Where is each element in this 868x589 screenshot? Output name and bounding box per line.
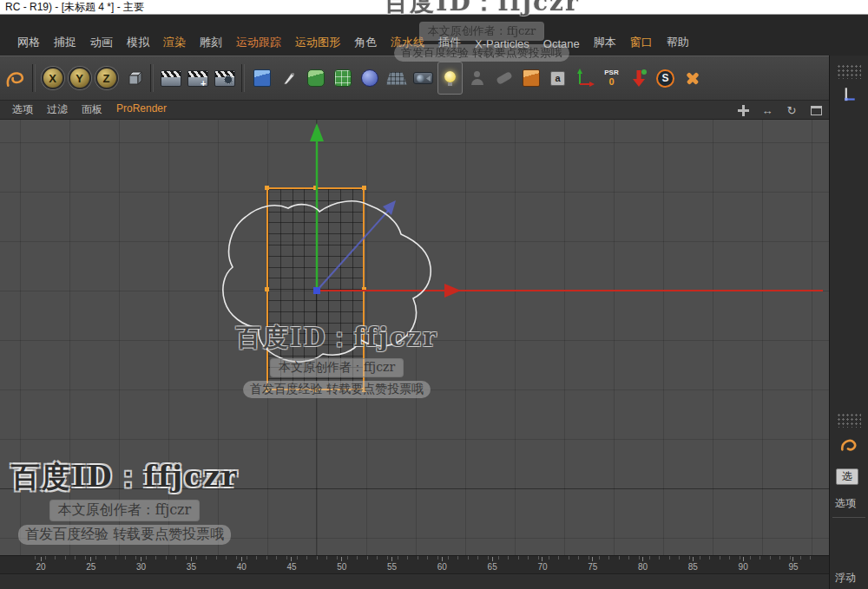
render-picture-viewer-button[interactable]: [185, 62, 210, 95]
viewport-menu-items: 选项过滤面板ProRender: [5, 101, 174, 118]
tick-mark: [442, 557, 443, 561]
viewport-pan-icon[interactable]: [735, 103, 751, 117]
main-menu-bar: 网格捕捉动画模拟渲染雕刻运动跟踪运动图形角色流水线插件X-ParticlesOc…: [0, 15, 868, 56]
tick-label: 95: [788, 562, 798, 572]
psr-value: 0: [608, 76, 614, 87]
perspective-viewport[interactable]: 百度ID：ffjczr 本文原创作者：ffjczr 首发百度经验 转载要点赞投票…: [0, 120, 829, 555]
light-button[interactable]: [437, 62, 463, 95]
object-handle[interactable]: [265, 287, 269, 291]
panel-grip-handle[interactable]: [837, 64, 861, 79]
tick-label: 70: [537, 562, 547, 572]
x-particles-icon: [684, 69, 701, 87]
psr-reset-button[interactable]: PSR 0: [599, 62, 624, 95]
clapperboard-plus-icon: [187, 70, 208, 87]
bottom-strip: [0, 573, 829, 589]
viewport-menu-item[interactable]: 面板: [75, 101, 109, 118]
timeline-tick: 30: [132, 557, 151, 572]
material-tag-icon: a: [550, 71, 565, 86]
panel-grip-handle[interactable]: [837, 413, 861, 428]
add-primitive-button[interactable]: [249, 62, 274, 95]
panel-tab-selected[interactable]: 选: [836, 468, 858, 485]
object-handle[interactable]: [362, 186, 366, 190]
viewport-rotate-icon[interactable]: ↻: [784, 103, 799, 117]
object-handle[interactable]: [362, 287, 366, 291]
xparticles-button[interactable]: [680, 62, 705, 95]
timeline-ruler[interactable]: 20 25 30 35 40 45 50 55: [0, 555, 829, 573]
mini-axes-icon: [575, 69, 595, 88]
viewport-menu-item[interactable]: ProRender: [109, 101, 174, 118]
viewport-overlay: [0, 120, 829, 555]
timeline-ticks: 20 25 30 35 40 45 50 55: [31, 557, 803, 572]
psr-label: PSR: [604, 69, 618, 77]
viewport-menu-item[interactable]: 过滤: [40, 101, 75, 118]
menu-item[interactable]: Octane: [536, 36, 587, 52]
menu-item[interactable]: 角色: [347, 33, 384, 52]
substance-s-icon: S: [656, 69, 674, 88]
mograph-cloner-button[interactable]: [330, 62, 355, 95]
camera-button[interactable]: [411, 62, 436, 95]
menu-item[interactable]: 运动图形: [288, 33, 347, 52]
timeline-tick: 55: [383, 557, 402, 572]
object-handle[interactable]: [313, 186, 318, 190]
viewport-maximize-icon[interactable]: [808, 103, 824, 117]
window-title-bar[interactable]: RC - R19) - [未标题 4 *] - 主要: [0, 0, 868, 15]
disabled-tool-button-1[interactable]: [464, 62, 490, 95]
menu-item[interactable]: 运动跟踪: [229, 33, 288, 52]
live-selection-tool-icon[interactable]: [3, 62, 28, 95]
timeline-tick: 85: [683, 557, 702, 572]
viewport-menu-item[interactable]: 选项: [5, 101, 40, 118]
viewport-menu-bar: 选项过滤面板ProRender ↔ ↻: [0, 101, 829, 120]
object-handle[interactable]: [265, 388, 269, 392]
menu-item[interactable]: 网格: [10, 33, 47, 52]
render-settings-button[interactable]: [212, 62, 237, 95]
lock-x-axis-button[interactable]: X: [40, 62, 65, 95]
viewport-controls: ↔ ↻: [735, 101, 824, 120]
disabled-tool-button-2[interactable]: [491, 62, 516, 95]
subdivision-surface-button[interactable]: [303, 62, 328, 95]
menu-item[interactable]: 帮助: [660, 33, 696, 52]
menu-item[interactable]: 捕捉: [47, 33, 83, 52]
menu-item[interactable]: 流水线: [384, 33, 431, 52]
panel-options-label[interactable]: 选项: [835, 496, 856, 511]
material-tag-button[interactable]: a: [545, 62, 570, 95]
menu-item[interactable]: X-Particles: [468, 36, 536, 52]
axis-modify-button[interactable]: [572, 62, 597, 95]
object-handle[interactable]: [313, 388, 318, 392]
clapperboard-icon: [161, 70, 181, 87]
coordinate-system-button[interactable]: [121, 62, 146, 95]
lock-z-axis-button[interactable]: Z: [94, 62, 119, 95]
spline-pen-button[interactable]: [276, 62, 301, 95]
menu-item[interactable]: 窗口: [623, 33, 660, 52]
menu-item[interactable]: 渲染: [156, 33, 193, 52]
deformer-button[interactable]: [357, 62, 382, 95]
substance-button[interactable]: S: [653, 62, 678, 95]
tick-label: 65: [488, 562, 497, 572]
menu-item[interactable]: 插件: [431, 33, 468, 52]
timeline-tick: 60: [432, 557, 451, 572]
drop-to-floor-button[interactable]: [626, 62, 651, 95]
axis-widget-icon[interactable]: [838, 85, 858, 108]
environment-floor-button[interactable]: [384, 62, 409, 95]
cloner-grid-icon: [334, 69, 352, 87]
tick-label: 90: [739, 562, 748, 572]
toolbar-separator: [241, 64, 245, 92]
y-axis-arrowhead: [310, 123, 324, 141]
object-handle[interactable]: [265, 186, 269, 190]
lock-y-axis-button[interactable]: Y: [67, 62, 92, 95]
panel-bottom-label[interactable]: 浮动: [835, 571, 856, 586]
menu-item[interactable]: 模拟: [120, 33, 156, 52]
camera-icon: [413, 72, 433, 84]
spline-hook-icon[interactable]: [838, 435, 859, 458]
viewport-zoom-icon[interactable]: ↔: [760, 103, 775, 117]
menu-item[interactable]: 雕刻: [193, 33, 229, 52]
menu-item[interactable]: 脚本: [587, 33, 623, 52]
orange-cube-icon: [523, 69, 540, 87]
object-handle[interactable]: [362, 388, 366, 392]
selected-plane-object[interactable]: [266, 187, 365, 390]
render-view-button[interactable]: [158, 62, 183, 95]
menu-item[interactable]: 动画: [83, 33, 120, 52]
toolbar-separator: [32, 64, 36, 92]
tick-mark: [642, 557, 643, 561]
tick-label: 50: [337, 562, 346, 572]
polygon-object-button[interactable]: [518, 62, 543, 95]
